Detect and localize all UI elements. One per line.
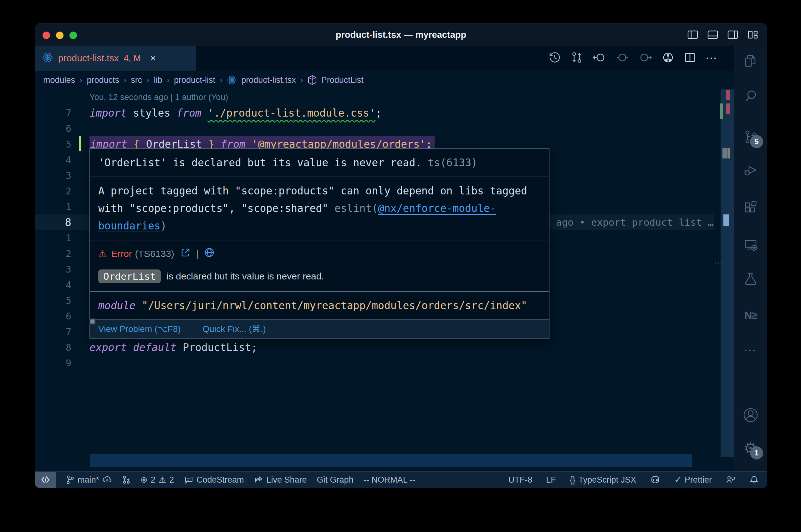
diagnostic-eslint: A project tagged with "scope:products" c…: [90, 177, 549, 240]
navigate-position-icon[interactable]: [616, 51, 629, 65]
quick-fix-link[interactable]: Quick Fix... (⌘.): [203, 324, 266, 334]
open-external-icon[interactable]: [181, 248, 190, 260]
sync-cloud-icon: [102, 475, 112, 484]
prettier-status[interactable]: ✓ Prettier: [674, 475, 712, 485]
breadcrumb-separator: ›: [220, 75, 222, 85]
source-control-icon[interactable]: 5: [734, 128, 767, 146]
navigate-forward-icon[interactable]: [639, 51, 652, 65]
symbol-class-icon: [308, 75, 317, 85]
status-bar: main* ⊗ 2 ⚠ 2 CodeStream Live Share Git …: [35, 471, 767, 488]
tab-bar: product-list.tsx 4, M ×: [35, 46, 734, 71]
toggle-panel-icon[interactable]: [707, 29, 719, 41]
minimap-slider[interactable]: [721, 89, 734, 457]
warning-icon: ⚠: [98, 248, 107, 259]
line-number: 2: [35, 186, 90, 196]
breadcrumb-separator: ›: [167, 75, 169, 85]
line-number: 8: [35, 342, 90, 353]
notifications-bell-icon[interactable]: [749, 475, 759, 484]
breadcrumb-src[interactable]: src: [131, 75, 142, 85]
copilot-status[interactable]: [650, 475, 660, 484]
ruler-cursor-mark: [723, 214, 729, 226]
line-number: 4: [35, 280, 90, 290]
tab-product-list[interactable]: product-list.tsx 4, M ×: [35, 46, 196, 71]
ruler-mark: [723, 148, 727, 158]
feedback-icon[interactable]: [726, 475, 735, 484]
ruler-mark: [727, 148, 730, 158]
warning-count: 2: [169, 475, 174, 485]
ruler-error-mark: [726, 90, 730, 100]
line-number: 6: [35, 311, 90, 322]
line-number: 5: [35, 295, 90, 306]
split-editor-icon[interactable]: [684, 51, 696, 65]
eol-status[interactable]: LF: [546, 475, 556, 485]
nx-console-icon[interactable]: N≥: [734, 306, 767, 324]
line-number: 1: [35, 201, 90, 212]
window-title: product-list.tsx — myreactapp: [35, 24, 767, 46]
check-icon: ✓: [674, 475, 681, 485]
testing-icon[interactable]: [734, 269, 767, 288]
language-mode-status[interactable]: {} TypeScript JSX: [570, 475, 636, 485]
tab-close-icon[interactable]: ×: [150, 53, 156, 64]
timeline-history-icon[interactable]: [548, 51, 561, 65]
diagnostic-ts: 'OrderList' is declared but its value is…: [90, 149, 549, 177]
settings-gear-icon[interactable]: ⚙ 1: [734, 439, 767, 458]
extensions-icon[interactable]: [734, 197, 767, 216]
git-blame-annotation: You, 12 seconds ago | 1 author (You): [90, 93, 228, 102]
run-debug-icon[interactable]: [734, 161, 767, 179]
compare-changes-icon[interactable]: [570, 51, 583, 65]
breadcrumb-file[interactable]: product-list.tsx: [241, 75, 296, 85]
breadcrumb-lib[interactable]: lib: [154, 75, 162, 85]
remote-indicator[interactable]: [35, 472, 56, 488]
git-branch-status[interactable]: main*: [66, 475, 112, 485]
popup-resize-handle[interactable]: [90, 319, 95, 324]
symbol-chip: OrderList: [98, 269, 161, 283]
live-share-status[interactable]: Live Share: [254, 475, 307, 485]
branch-name: main*: [78, 475, 99, 485]
run-file-icon[interactable]: [662, 51, 674, 65]
account-icon[interactable]: [734, 406, 767, 424]
ruler-added-mark: [720, 103, 723, 119]
remote-explorer-icon[interactable]: [734, 236, 767, 254]
editor-pane[interactable]: You, 12 seconds ago | 1 author (You) 7 i…: [35, 89, 734, 472]
line-number: 1: [35, 232, 90, 244]
customize-layout-icon[interactable]: [747, 29, 759, 41]
settings-badge: 1: [750, 446, 763, 459]
additional-views-icon[interactable]: ⋯: [734, 341, 767, 359]
globe-icon[interactable]: [204, 247, 215, 260]
view-problem-link[interactable]: View Problem (⌥F8): [98, 324, 181, 334]
title-bar: product-list.tsx — myreactapp: [35, 24, 767, 46]
toggle-primary-sidebar-icon[interactable]: [687, 29, 699, 41]
code-line: 6: [35, 121, 714, 136]
vim-mode-status[interactable]: -- NORMAL --: [364, 475, 415, 485]
toggle-secondary-sidebar-icon[interactable]: [727, 29, 739, 41]
eslint-rule-link[interactable]: @nx/enforce-module-: [378, 202, 496, 214]
breadcrumb-separator: ›: [146, 75, 149, 85]
navigate-back-icon[interactable]: [592, 51, 606, 65]
breadcrumb-product-list[interactable]: product-list: [174, 75, 215, 85]
minimap[interactable]: ⋯: [714, 89, 734, 472]
eslint-rule-link[interactable]: boundaries: [98, 220, 161, 232]
react-icon: [227, 75, 237, 85]
popup-actions: View Problem (⌥F8) Quick Fix... (⌘.): [90, 320, 549, 338]
git-actions-status[interactable]: [122, 475, 130, 484]
codestream-status[interactable]: CodeStream: [184, 475, 244, 485]
modified-line-gutter-marker: [79, 136, 81, 151]
breadcrumb-products[interactable]: products: [87, 75, 119, 85]
encoding-status[interactable]: UTF-8: [508, 475, 532, 485]
react-icon: [42, 52, 53, 64]
breadcrumb-modules[interactable]: modules: [43, 75, 75, 85]
more-actions-icon[interactable]: ⋯: [706, 52, 718, 65]
error-count: 2: [151, 475, 156, 485]
horizontal-scrollbar[interactable]: [90, 454, 692, 467]
line-number: 9: [35, 358, 90, 368]
breadcrumb-symbol[interactable]: ProductList: [321, 75, 364, 85]
hover-diagnostic-popup: 'OrderList' is declared but its value is…: [90, 149, 549, 339]
ruler-error-mark: [726, 103, 730, 114]
code-line: 7 import styles from './product-list.mod…: [35, 105, 714, 121]
git-graph-status[interactable]: Git Graph: [317, 475, 353, 485]
current-line-number: 8: [35, 216, 90, 228]
problems-status[interactable]: ⊗ 2 ⚠ 2: [141, 475, 174, 485]
braces-icon: {}: [570, 475, 576, 485]
search-icon[interactable]: [734, 87, 767, 105]
explorer-icon[interactable]: [734, 52, 767, 71]
